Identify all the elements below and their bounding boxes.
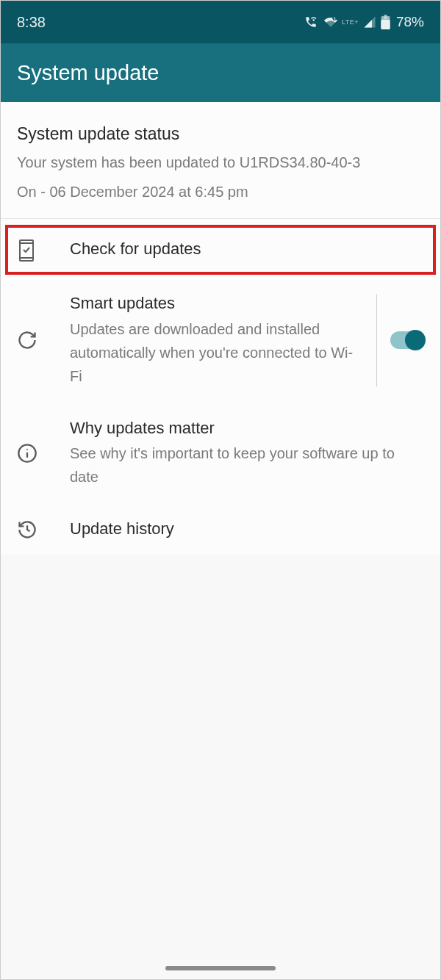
status-time: 8:38 (17, 14, 46, 31)
smart-updates-label: Smart updates (70, 292, 363, 314)
svg-rect-4 (384, 15, 387, 17)
page-title: System update (17, 61, 159, 85)
content-area: System update status Your system has bee… (1, 102, 440, 555)
wifi-calling-icon (304, 15, 318, 29)
history-icon (17, 519, 46, 540)
app-header: System update (1, 43, 440, 102)
why-updates-item[interactable]: Why updates matter See why it's importan… (1, 403, 440, 504)
status-indicators: 6 LTE+ 78% (304, 14, 424, 30)
smart-updates-subtitle: Updates are downloaded and installed aut… (70, 317, 363, 388)
battery-percent: 78% (396, 14, 424, 30)
info-icon (17, 443, 46, 464)
lte-indicator: LTE+ (342, 18, 359, 26)
status-description: Your system has been updated to U1RDS34.… (17, 151, 424, 173)
status-bar: 8:38 6 LTE+ 78% (1, 1, 440, 43)
smart-updates-toggle[interactable] (390, 331, 424, 349)
battery-icon (381, 15, 390, 29)
update-history-label: Update history (70, 518, 415, 540)
svg-rect-2 (381, 20, 390, 30)
check-updates-label: Check for updates (70, 238, 415, 260)
why-updates-subtitle: See why it's important to keep your soft… (70, 442, 415, 489)
navigation-handle[interactable] (165, 966, 276, 970)
update-history-item[interactable]: Update history (1, 503, 440, 555)
svg-point-10 (26, 448, 28, 450)
refresh-icon (17, 330, 46, 350)
device-check-icon (17, 239, 46, 262)
smart-updates-item[interactable]: Smart updates Updates are downloaded and… (1, 278, 440, 403)
settings-list: Check for updates Smart updates Updates … (1, 225, 440, 555)
item-divider (376, 294, 377, 386)
why-updates-label: Why updates matter (70, 417, 415, 439)
signal-icon (363, 15, 376, 29)
check-updates-item[interactable]: Check for updates (5, 225, 436, 275)
status-date: On - 06 December 2024 at 6:45 pm (17, 184, 424, 201)
wifi-icon: 6 (323, 15, 339, 29)
status-heading: System update status (17, 124, 424, 144)
update-status-section: System update status Your system has bee… (1, 102, 440, 219)
